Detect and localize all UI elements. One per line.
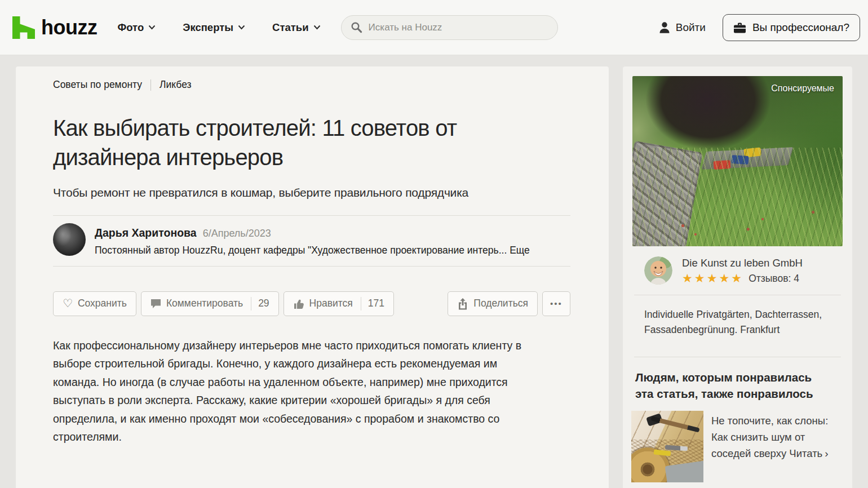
divider bbox=[634, 357, 841, 357]
nav-item-articles[interactable]: Статьи bbox=[272, 21, 321, 34]
read-label: Читать bbox=[789, 447, 822, 459]
nav-item-label: Эксперты bbox=[183, 21, 233, 34]
header-right: Войти Вы профессионал? bbox=[659, 14, 860, 41]
related-article-item: Не топочите, как слоны: Как снизить шум … bbox=[631, 411, 844, 482]
share-icon bbox=[457, 298, 468, 310]
nav-item-photos[interactable]: Фото bbox=[117, 21, 156, 34]
like-count: 171 bbox=[368, 298, 384, 309]
houzz-logo-icon bbox=[12, 16, 35, 39]
divider bbox=[53, 215, 570, 216]
company-rating: ★★★★★ Отзывов: 4 bbox=[682, 272, 803, 284]
top-navbar: houzz Фото Эксперты Статьи bbox=[0, 0, 868, 55]
comment-button[interactable]: Комментировать 29 bbox=[141, 291, 279, 316]
star-icon: ★ bbox=[682, 272, 693, 284]
are-you-a-pro-button[interactable]: Вы профессионал? bbox=[723, 14, 860, 41]
comment-label: Комментировать bbox=[166, 298, 243, 309]
save-button[interactable]: ♡ Сохранить bbox=[53, 291, 136, 316]
author-name[interactable]: Дарья Харитонова bbox=[95, 227, 197, 239]
login-button[interactable]: Войти bbox=[659, 21, 706, 34]
article-body-paragraph: Как профессиональному дизайнеру интерьер… bbox=[53, 336, 529, 446]
breadcrumb-category[interactable]: Ликбез bbox=[160, 79, 192, 91]
heart-icon: ♡ bbox=[63, 298, 73, 309]
star-icon: ★ bbox=[719, 272, 729, 284]
company-avatar[interactable] bbox=[644, 256, 672, 285]
divider bbox=[53, 266, 570, 267]
sidebar: Спонсируемые Die Kunst zu leben GmbH ★★★… bbox=[623, 66, 852, 488]
count-separator bbox=[251, 297, 251, 310]
breadcrumb-section[interactable]: Советы по ремонту bbox=[53, 79, 142, 91]
more-actions-button[interactable]: ••• bbox=[542, 291, 570, 316]
chevron-down-icon bbox=[313, 25, 321, 30]
chevron-right-icon: › bbox=[825, 445, 828, 462]
ellipsis-icon: ••• bbox=[550, 299, 563, 308]
pro-button-label: Вы профессионал? bbox=[752, 21, 849, 34]
related-article-thumbnail[interactable] bbox=[631, 411, 703, 482]
chevron-down-icon bbox=[238, 25, 245, 30]
search-input[interactable] bbox=[369, 22, 548, 33]
author-bio-text: Постоянный автор HouzzRu, доцент кафедры… bbox=[95, 245, 507, 256]
reviews-count-link[interactable]: Отзывов: 4 bbox=[749, 273, 799, 285]
star-icon: ★ bbox=[707, 272, 718, 284]
comment-bubble-icon bbox=[150, 299, 161, 309]
author-bio: Постоянный автор HouzzRu, доцент кафедры… bbox=[95, 245, 530, 256]
login-label: Войти bbox=[676, 21, 706, 34]
flowers-graphic bbox=[632, 76, 843, 246]
company-description: Individuelle Privatgärten, Dachterrassen… bbox=[644, 307, 830, 338]
like-button[interactable]: Нравится 171 bbox=[284, 291, 394, 316]
sponsored-garden-image[interactable]: Спонсируемые bbox=[632, 76, 843, 246]
star-rating-icons: ★★★★★ bbox=[682, 272, 742, 284]
share-button[interactable]: Поделиться bbox=[448, 291, 538, 316]
article-actions: ♡ Сохранить Комментировать 29 Нравится 1… bbox=[53, 291, 570, 316]
like-label: Нравится bbox=[309, 298, 353, 309]
person-icon bbox=[659, 21, 670, 34]
star-icon: ★ bbox=[694, 272, 705, 284]
company-name[interactable]: Die Kunst zu leben GmbH bbox=[682, 257, 803, 269]
sponsored-badge: Спонсируемые bbox=[771, 83, 834, 94]
article-card: Советы по ремонту Ликбез Как выбирать ст… bbox=[16, 66, 609, 488]
star-icon: ★ bbox=[731, 272, 742, 284]
share-label: Поделиться bbox=[473, 298, 528, 309]
nav-item-label: Статьи bbox=[272, 21, 309, 34]
sponsored-company-block: Die Kunst zu leben GmbH ★★★★★ Отзывов: 4 bbox=[644, 256, 803, 285]
thumbs-up-icon bbox=[293, 298, 304, 309]
chevron-down-icon bbox=[148, 25, 156, 30]
count-separator bbox=[361, 297, 361, 310]
nav-item-label: Фото bbox=[117, 21, 144, 34]
author-info: Дарья Харитонова 6/Апрель/2023 Постоянны… bbox=[95, 223, 530, 256]
article-title: Как выбирать строителей: 11 советов от д… bbox=[53, 113, 521, 172]
bio-more-link[interactable]: Еще bbox=[510, 245, 530, 256]
nav-item-experts[interactable]: Эксперты bbox=[183, 21, 245, 34]
related-articles-heading: Людям, которым понравилась эта статья, т… bbox=[635, 369, 832, 402]
search-icon bbox=[351, 21, 362, 33]
houzz-logo-text: houzz bbox=[41, 16, 97, 39]
breadcrumb-separator bbox=[150, 79, 151, 91]
comment-count: 29 bbox=[258, 298, 269, 309]
article-subtitle: Чтобы ремонт не превратился в кошмар, вы… bbox=[53, 186, 586, 199]
read-link[interactable]: Читать› bbox=[789, 447, 828, 459]
author-avatar[interactable] bbox=[53, 223, 86, 256]
related-article-text: Не топочите, как слоны: Как снизить шум … bbox=[711, 411, 844, 482]
divider bbox=[634, 295, 841, 295]
houzz-logo[interactable]: houzz bbox=[12, 16, 97, 39]
search-bar bbox=[341, 15, 558, 40]
company-info: Die Kunst zu leben GmbH ★★★★★ Отзывов: 4 bbox=[682, 257, 803, 284]
breadcrumb: Советы по ремонту Ликбез bbox=[53, 79, 586, 91]
article-date: 6/Апрель/2023 bbox=[203, 228, 271, 239]
main-nav: Фото Эксперты Статьи bbox=[117, 21, 320, 34]
author-block: Дарья Харитонова 6/Апрель/2023 Постоянны… bbox=[53, 223, 586, 256]
briefcase-icon bbox=[733, 22, 746, 33]
save-label: Сохранить bbox=[78, 298, 127, 309]
